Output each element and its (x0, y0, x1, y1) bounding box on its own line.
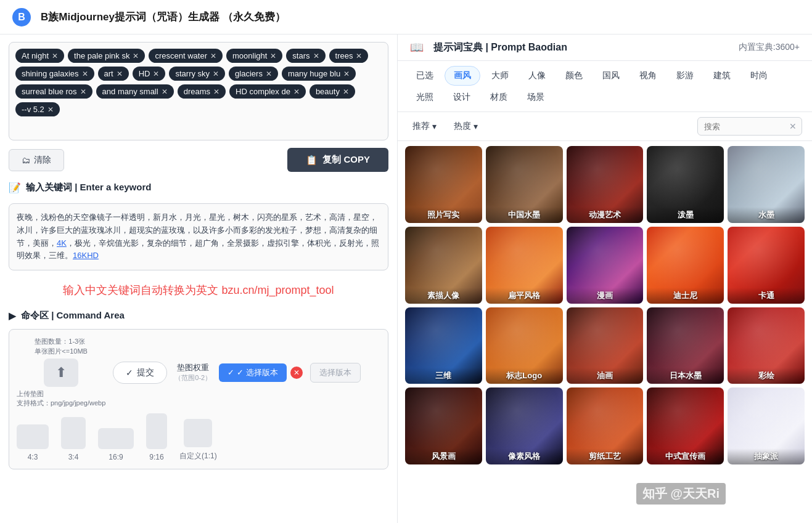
tag-item[interactable]: starry sky✕ (169, 67, 225, 81)
clear-button[interactable]: 🗂 清除 (9, 149, 64, 171)
keyword-icon: 📝 (9, 182, 21, 193)
nav-tab[interactable]: 大师 (483, 67, 517, 85)
tag-item[interactable]: moonlight✕ (226, 49, 282, 63)
gallery-item[interactable]: 水墨 (728, 146, 805, 223)
tag-remove-icon[interactable]: ✕ (343, 87, 349, 96)
tag-item[interactable]: surreal blue ros✕ (15, 84, 92, 99)
gallery-item[interactable]: 照片写实 (405, 146, 482, 223)
version-check-icon: ✓ (228, 368, 234, 377)
tag-remove-icon[interactable]: ✕ (52, 52, 58, 60)
gallery-item[interactable]: 动漫艺术 (567, 146, 644, 223)
tag-item[interactable]: crescent water✕ (149, 49, 223, 63)
search-input[interactable] (698, 118, 784, 135)
tag-remove-icon[interactable]: ✕ (153, 70, 159, 78)
gallery-item[interactable]: 扁平风格 (486, 227, 563, 304)
search-clear-icon[interactable]: ✕ (784, 118, 802, 135)
nav-tab[interactable]: 材质 (482, 88, 516, 107)
nav-tab[interactable]: 国风 (594, 67, 628, 85)
gallery-item[interactable]: 剪纸工艺 (567, 387, 644, 464)
tag-item[interactable]: the pale pink sk✕ (68, 49, 145, 63)
gallery-item[interactable]: 抽象派 (728, 387, 805, 464)
nav-tab[interactable]: 人像 (520, 67, 554, 85)
filter-heat[interactable]: 热度 ▾ (449, 118, 483, 134)
nav-tab[interactable]: 画风 (445, 66, 480, 86)
gallery-item[interactable]: 风景画 (405, 387, 482, 464)
tag-item[interactable]: many huge blu✕ (282, 67, 356, 81)
nav-tab[interactable]: 设计 (445, 88, 479, 107)
tag-remove-icon[interactable]: ✕ (213, 70, 219, 78)
tag-item[interactable]: stars✕ (286, 49, 325, 63)
nav-tab[interactable]: 建筑 (705, 67, 739, 85)
gallery-item[interactable]: 三维 (405, 307, 482, 384)
gallery-item-label: 中国水墨 (486, 207, 563, 223)
tag-remove-icon[interactable]: ✕ (210, 52, 216, 60)
gallery-item[interactable]: 油画 (567, 307, 644, 384)
tag-remove-icon[interactable]: ✕ (270, 52, 276, 60)
upload-icon[interactable]: ⬆ (44, 359, 78, 387)
ratio-item[interactable]: 4:3 (17, 424, 49, 461)
version-close-button[interactable]: ✕ (290, 367, 303, 379)
tag-remove-icon[interactable]: ✕ (356, 52, 362, 60)
nav-tab[interactable]: 视角 (631, 67, 665, 85)
copy-button[interactable]: 📋 复制 COPY (287, 148, 388, 172)
tag-remove-icon[interactable]: ✕ (213, 87, 219, 96)
tag-remove-icon[interactable]: ✕ (266, 70, 272, 78)
gallery-item[interactable]: 漫画 (567, 227, 644, 304)
gallery-item-label: 素描人像 (405, 288, 482, 304)
tag-item[interactable]: HD✕ (133, 67, 166, 81)
tag-item[interactable]: glaciers✕ (229, 67, 278, 81)
tag-label: moonlight (232, 51, 267, 60)
gallery-item[interactable]: 标志Logo (486, 307, 563, 384)
tag-item[interactable]: dreams✕ (178, 84, 226, 99)
gallery-item-label: 泼墨 (647, 207, 724, 223)
tag-remove-icon[interactable]: ✕ (80, 87, 86, 96)
nav-tab[interactable]: 影游 (668, 67, 702, 85)
gallery-item-label: 日本水墨 (647, 368, 724, 384)
tag-item[interactable]: beauty✕ (310, 84, 355, 99)
tag-remove-icon[interactable]: ✕ (117, 70, 123, 78)
auto-convert-link[interactable]: 输入中文关键词自动转换为英文 bzu.cn/mj_prompt_tool (9, 278, 388, 302)
nav-tab[interactable]: 光照 (408, 88, 442, 107)
nav-tab[interactable]: 颜色 (557, 67, 591, 85)
nav-tab[interactable]: 时尚 (742, 67, 776, 85)
gallery-item-label: 三维 (405, 368, 482, 384)
gallery-item[interactable]: 素描人像 (405, 227, 482, 304)
gallery-item[interactable]: 中国水墨 (486, 146, 563, 223)
tag-remove-icon[interactable]: ✕ (162, 87, 168, 96)
ratio-box (146, 413, 167, 449)
gallery-item[interactable]: 泼墨 (647, 146, 724, 223)
tag-item[interactable]: and many small✕ (96, 84, 174, 99)
gallery-item-label: 漫画 (567, 288, 644, 304)
nav-tab[interactable]: 场景 (519, 88, 553, 107)
tag-remove-icon[interactable]: ✕ (82, 70, 88, 78)
tag-remove-icon[interactable]: ✕ (313, 52, 319, 60)
nav-tab[interactable]: 已选 (408, 67, 442, 85)
ratio-item[interactable]: 自定义(1:1) (179, 419, 217, 461)
gallery-item[interactable]: 迪士尼 (647, 227, 724, 304)
tag-remove-icon[interactable]: ✕ (343, 70, 350, 78)
tag-item[interactable]: trees✕ (329, 49, 369, 63)
tag-item[interactable]: --v 5.2✕ (15, 102, 60, 116)
ratio-item[interactable]: 3:4 (61, 417, 86, 461)
tag-remove-icon[interactable]: ✕ (293, 87, 300, 96)
version-placeholder-button[interactable]: 选择版本 (310, 363, 361, 383)
tag-item[interactable]: shining galaxies✕ (15, 67, 94, 81)
tag-item[interactable]: At night✕ (15, 49, 64, 63)
ratio-item[interactable]: 16:9 (98, 428, 134, 461)
tag-label: beauty (316, 87, 340, 96)
gallery-item[interactable]: 中式宣传画 (647, 387, 724, 464)
tag-remove-icon[interactable]: ✕ (133, 52, 139, 60)
version-select-button[interactable]: ✓ ✓ 选择版本 (219, 363, 287, 382)
submit-button[interactable]: ✓ 提交 (113, 362, 167, 384)
tag-item[interactable]: HD complex de✕ (229, 84, 306, 99)
left-panel: At night✕the pale pink sk✕crescent water… (0, 34, 398, 523)
prompt-display[interactable]: 夜晚，浅粉色的天空像镜子一样透明，新月水，月光，星光，树木，闪亮的星系，艺术，高… (9, 203, 388, 270)
gallery-item[interactable]: 日本水墨 (647, 307, 724, 384)
gallery-item[interactable]: 卡通 (728, 227, 805, 304)
filter-recommend[interactable]: 推荐 ▾ (408, 118, 441, 134)
tag-remove-icon[interactable]: ✕ (47, 105, 54, 114)
ratio-item[interactable]: 9:16 (146, 413, 167, 461)
gallery-item[interactable]: 彩绘 (728, 307, 805, 384)
gallery-item[interactable]: 像素风格 (486, 387, 563, 464)
tag-item[interactable]: art✕ (98, 67, 129, 81)
